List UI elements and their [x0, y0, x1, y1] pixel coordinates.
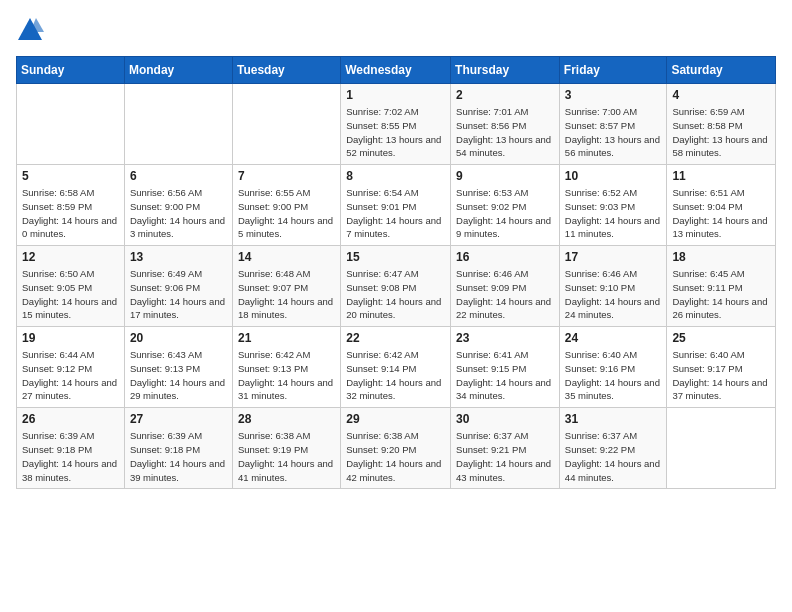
calendar-cell: 26Sunrise: 6:39 AM Sunset: 9:18 PM Dayli… — [17, 408, 125, 489]
weekday-header: Monday — [124, 57, 232, 84]
day-info: Sunrise: 6:45 AM Sunset: 9:11 PM Dayligh… — [672, 267, 770, 322]
day-number: 19 — [22, 331, 119, 345]
calendar-cell: 30Sunrise: 6:37 AM Sunset: 9:21 PM Dayli… — [451, 408, 560, 489]
day-info: Sunrise: 6:46 AM Sunset: 9:09 PM Dayligh… — [456, 267, 554, 322]
day-number: 14 — [238, 250, 335, 264]
calendar-cell: 18Sunrise: 6:45 AM Sunset: 9:11 PM Dayli… — [667, 246, 776, 327]
day-number: 28 — [238, 412, 335, 426]
day-number: 26 — [22, 412, 119, 426]
day-info: Sunrise: 6:39 AM Sunset: 9:18 PM Dayligh… — [22, 429, 119, 484]
day-number: 7 — [238, 169, 335, 183]
calendar-cell: 13Sunrise: 6:49 AM Sunset: 9:06 PM Dayli… — [124, 246, 232, 327]
calendar-cell: 28Sunrise: 6:38 AM Sunset: 9:19 PM Dayli… — [232, 408, 340, 489]
calendar-cell: 25Sunrise: 6:40 AM Sunset: 9:17 PM Dayli… — [667, 327, 776, 408]
day-info: Sunrise: 6:51 AM Sunset: 9:04 PM Dayligh… — [672, 186, 770, 241]
calendar-cell: 15Sunrise: 6:47 AM Sunset: 9:08 PM Dayli… — [341, 246, 451, 327]
day-info: Sunrise: 6:37 AM Sunset: 9:21 PM Dayligh… — [456, 429, 554, 484]
calendar-cell: 9Sunrise: 6:53 AM Sunset: 9:02 PM Daylig… — [451, 165, 560, 246]
day-info: Sunrise: 6:42 AM Sunset: 9:14 PM Dayligh… — [346, 348, 445, 403]
day-number: 29 — [346, 412, 445, 426]
weekday-header: Saturday — [667, 57, 776, 84]
day-info: Sunrise: 6:44 AM Sunset: 9:12 PM Dayligh… — [22, 348, 119, 403]
day-info: Sunrise: 6:49 AM Sunset: 9:06 PM Dayligh… — [130, 267, 227, 322]
day-info: Sunrise: 6:52 AM Sunset: 9:03 PM Dayligh… — [565, 186, 662, 241]
calendar-cell: 4Sunrise: 6:59 AM Sunset: 8:58 PM Daylig… — [667, 84, 776, 165]
day-info: Sunrise: 6:43 AM Sunset: 9:13 PM Dayligh… — [130, 348, 227, 403]
calendar-cell: 12Sunrise: 6:50 AM Sunset: 9:05 PM Dayli… — [17, 246, 125, 327]
day-number: 3 — [565, 88, 662, 102]
calendar-cell: 22Sunrise: 6:42 AM Sunset: 9:14 PM Dayli… — [341, 327, 451, 408]
day-number: 23 — [456, 331, 554, 345]
calendar-cell: 21Sunrise: 6:42 AM Sunset: 9:13 PM Dayli… — [232, 327, 340, 408]
calendar-cell: 7Sunrise: 6:55 AM Sunset: 9:00 PM Daylig… — [232, 165, 340, 246]
day-info: Sunrise: 6:40 AM Sunset: 9:17 PM Dayligh… — [672, 348, 770, 403]
day-info: Sunrise: 6:58 AM Sunset: 8:59 PM Dayligh… — [22, 186, 119, 241]
day-info: Sunrise: 6:53 AM Sunset: 9:02 PM Dayligh… — [456, 186, 554, 241]
calendar-cell — [17, 84, 125, 165]
calendar-header: SundayMondayTuesdayWednesdayThursdayFrid… — [17, 57, 776, 84]
day-number: 16 — [456, 250, 554, 264]
weekday-header: Friday — [559, 57, 667, 84]
day-info: Sunrise: 6:56 AM Sunset: 9:00 PM Dayligh… — [130, 186, 227, 241]
day-number: 8 — [346, 169, 445, 183]
day-number: 22 — [346, 331, 445, 345]
day-number: 15 — [346, 250, 445, 264]
day-number: 2 — [456, 88, 554, 102]
calendar-cell — [124, 84, 232, 165]
day-number: 6 — [130, 169, 227, 183]
day-number: 1 — [346, 88, 445, 102]
weekday-header: Sunday — [17, 57, 125, 84]
calendar-cell: 17Sunrise: 6:46 AM Sunset: 9:10 PM Dayli… — [559, 246, 667, 327]
calendar-cell: 31Sunrise: 6:37 AM Sunset: 9:22 PM Dayli… — [559, 408, 667, 489]
calendar-cell: 24Sunrise: 6:40 AM Sunset: 9:16 PM Dayli… — [559, 327, 667, 408]
day-info: Sunrise: 6:50 AM Sunset: 9:05 PM Dayligh… — [22, 267, 119, 322]
page-header — [16, 16, 776, 44]
weekday-header: Wednesday — [341, 57, 451, 84]
day-number: 18 — [672, 250, 770, 264]
day-number: 4 — [672, 88, 770, 102]
day-number: 11 — [672, 169, 770, 183]
day-info: Sunrise: 6:59 AM Sunset: 8:58 PM Dayligh… — [672, 105, 770, 160]
calendar-cell — [232, 84, 340, 165]
day-info: Sunrise: 6:38 AM Sunset: 9:19 PM Dayligh… — [238, 429, 335, 484]
calendar-cell — [667, 408, 776, 489]
day-number: 21 — [238, 331, 335, 345]
calendar-cell: 10Sunrise: 6:52 AM Sunset: 9:03 PM Dayli… — [559, 165, 667, 246]
day-info: Sunrise: 6:40 AM Sunset: 9:16 PM Dayligh… — [565, 348, 662, 403]
calendar-cell: 2Sunrise: 7:01 AM Sunset: 8:56 PM Daylig… — [451, 84, 560, 165]
day-number: 27 — [130, 412, 227, 426]
logo-icon — [16, 16, 44, 44]
day-info: Sunrise: 6:47 AM Sunset: 9:08 PM Dayligh… — [346, 267, 445, 322]
calendar-cell: 16Sunrise: 6:46 AM Sunset: 9:09 PM Dayli… — [451, 246, 560, 327]
calendar-cell: 3Sunrise: 7:00 AM Sunset: 8:57 PM Daylig… — [559, 84, 667, 165]
day-number: 24 — [565, 331, 662, 345]
day-info: Sunrise: 6:39 AM Sunset: 9:18 PM Dayligh… — [130, 429, 227, 484]
calendar-cell: 27Sunrise: 6:39 AM Sunset: 9:18 PM Dayli… — [124, 408, 232, 489]
day-number: 25 — [672, 331, 770, 345]
calendar-cell: 29Sunrise: 6:38 AM Sunset: 9:20 PM Dayli… — [341, 408, 451, 489]
day-number: 13 — [130, 250, 227, 264]
day-info: Sunrise: 6:41 AM Sunset: 9:15 PM Dayligh… — [456, 348, 554, 403]
day-number: 10 — [565, 169, 662, 183]
logo — [16, 16, 46, 44]
calendar-cell: 5Sunrise: 6:58 AM Sunset: 8:59 PM Daylig… — [17, 165, 125, 246]
calendar-cell: 6Sunrise: 6:56 AM Sunset: 9:00 PM Daylig… — [124, 165, 232, 246]
calendar-cell: 19Sunrise: 6:44 AM Sunset: 9:12 PM Dayli… — [17, 327, 125, 408]
weekday-header: Tuesday — [232, 57, 340, 84]
day-number: 31 — [565, 412, 662, 426]
day-info: Sunrise: 6:37 AM Sunset: 9:22 PM Dayligh… — [565, 429, 662, 484]
day-info: Sunrise: 6:48 AM Sunset: 9:07 PM Dayligh… — [238, 267, 335, 322]
day-info: Sunrise: 6:38 AM Sunset: 9:20 PM Dayligh… — [346, 429, 445, 484]
day-number: 17 — [565, 250, 662, 264]
day-info: Sunrise: 7:00 AM Sunset: 8:57 PM Dayligh… — [565, 105, 662, 160]
day-info: Sunrise: 6:42 AM Sunset: 9:13 PM Dayligh… — [238, 348, 335, 403]
day-info: Sunrise: 6:55 AM Sunset: 9:00 PM Dayligh… — [238, 186, 335, 241]
calendar-cell: 11Sunrise: 6:51 AM Sunset: 9:04 PM Dayli… — [667, 165, 776, 246]
calendar-cell: 20Sunrise: 6:43 AM Sunset: 9:13 PM Dayli… — [124, 327, 232, 408]
calendar-table: SundayMondayTuesdayWednesdayThursdayFrid… — [16, 56, 776, 489]
day-number: 12 — [22, 250, 119, 264]
calendar-cell: 1Sunrise: 7:02 AM Sunset: 8:55 PM Daylig… — [341, 84, 451, 165]
weekday-header: Thursday — [451, 57, 560, 84]
day-number: 30 — [456, 412, 554, 426]
calendar-cell: 14Sunrise: 6:48 AM Sunset: 9:07 PM Dayli… — [232, 246, 340, 327]
